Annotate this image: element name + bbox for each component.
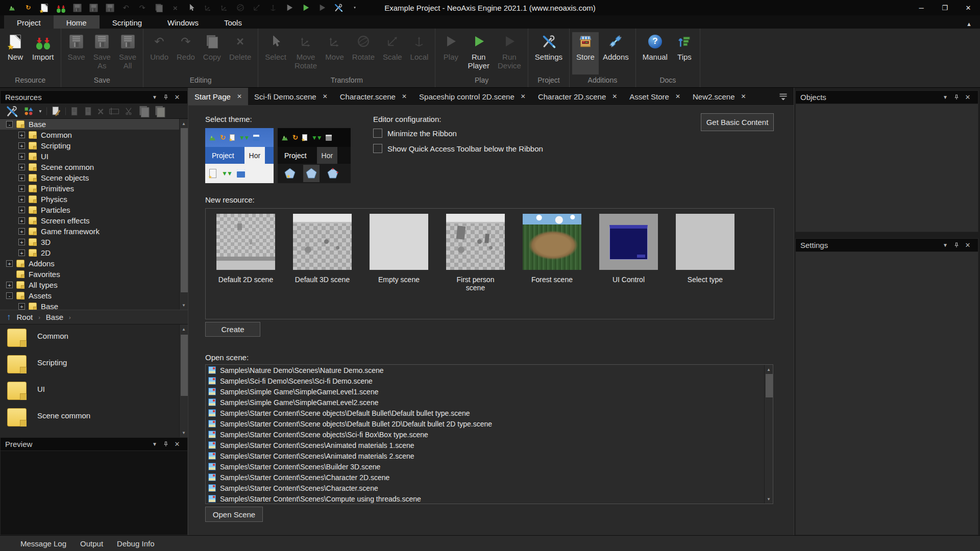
ribbon-button[interactable]: Save As <box>89 32 115 74</box>
document-tab[interactable]: Character 2D.scene ✕ <box>532 88 623 105</box>
expander-icon[interactable]: + <box>18 207 25 213</box>
scroll-down-icon[interactable]: ▼ <box>180 429 188 437</box>
ribbon-button[interactable]: Play <box>438 32 463 74</box>
ribbon-button[interactable]: ↷Redo <box>173 32 199 74</box>
collapse-ribbon-icon[interactable]: ▲ <box>966 21 972 27</box>
folder-list-scrollbar[interactable]: ▲ ▼ <box>179 324 188 437</box>
tree-item[interactable]: + Addons <box>0 258 188 269</box>
tree-item[interactable]: + 2D <box>0 247 188 258</box>
ribbon-button[interactable]: Settings <box>531 32 567 74</box>
scene-list-item[interactable]: Samples\Starter Content\Scenes\Character… <box>206 483 773 493</box>
quick-access-button[interactable] <box>103 2 116 14</box>
quick-access-button[interactable] <box>217 2 231 14</box>
quick-access-button[interactable] <box>185 2 198 14</box>
document-tab[interactable]: Asset Store ✕ <box>623 88 687 105</box>
scrollbar-thumb[interactable] <box>181 335 188 396</box>
expander-icon[interactable]: + <box>6 282 13 288</box>
expander-icon[interactable]: + <box>18 142 25 149</box>
quick-access-button[interactable] <box>152 2 165 14</box>
expander-icon[interactable]: + <box>18 239 25 245</box>
tree-item[interactable]: + Screen effects <box>0 215 188 226</box>
resources-toolbar-button[interactable] <box>51 105 62 117</box>
tree-item[interactable]: + Physics <box>0 194 188 205</box>
ribbon-button[interactable]: ×Delete <box>225 32 255 74</box>
tree-item[interactable]: - Base <box>0 119 188 130</box>
quick-access-button[interactable] <box>5 2 18 14</box>
scene-list-item[interactable]: Samples\Starter Content\Scene objects\De… <box>206 408 773 418</box>
resource-template-tile[interactable]: Default 3D scene <box>293 214 352 319</box>
ribbon-button[interactable]: Import <box>28 32 58 74</box>
ribbon-button[interactable]: ?Manual <box>639 32 672 74</box>
resources-toolbar-button[interactable] <box>46 107 47 116</box>
close-tab-icon[interactable]: ✕ <box>323 93 328 100</box>
pin-icon[interactable] <box>160 441 172 447</box>
restore-icon[interactable]: ❐ <box>933 0 957 15</box>
expander-icon[interactable]: + <box>18 174 25 181</box>
quick-access-button[interactable] <box>332 2 345 14</box>
document-tab[interactable]: Start Page ✕ <box>188 88 248 105</box>
folder-list-item[interactable]: Scene common <box>0 407 188 433</box>
menu-tab[interactable]: Project <box>4 15 54 29</box>
ribbon-button[interactable]: Save <box>64 32 89 74</box>
quick-access-button[interactable] <box>250 2 263 14</box>
resource-template-tile[interactable]: Select type <box>676 214 734 319</box>
ribbon-button[interactable]: Tips <box>672 32 697 74</box>
resource-template-tile[interactable]: Forest scene <box>523 214 581 319</box>
ribbon-button[interactable]: Select <box>261 32 290 74</box>
ribbon-button[interactable]: Move <box>321 32 348 74</box>
resources-toolbar-button[interactable]: × <box>97 105 105 118</box>
scene-list-item[interactable]: Samples\Nature Demo\Scenes\Nature Demo.s… <box>206 365 773 375</box>
quick-access-button[interactable]: ▼ <box>348 2 361 14</box>
resources-toolbar-button[interactable] <box>83 106 93 117</box>
resources-toolbar-button[interactable]: ▼ <box>38 109 43 114</box>
scroll-up-icon[interactable]: ▲ <box>765 365 773 373</box>
scene-list-item[interactable]: Samples\Starter Content\Scenes\Compute u… <box>206 493 773 504</box>
quick-access-button[interactable] <box>87 2 100 14</box>
tree-item[interactable]: + Game framework <box>0 226 188 237</box>
close-icon[interactable]: ✕ <box>962 93 973 101</box>
panel-menu-icon[interactable]: ▼ <box>940 242 951 248</box>
expander-icon[interactable]: + <box>18 249 25 256</box>
scene-list-item[interactable]: Samples\Starter Content\Scenes\Builder 3… <box>206 461 773 472</box>
tree-item[interactable]: - Assets <box>0 290 188 301</box>
menu-tab[interactable]: Windows <box>155 15 211 29</box>
breadcrumb-root[interactable]: Root <box>17 313 33 321</box>
quick-access-button[interactable] <box>54 2 67 14</box>
resources-toolbar-button[interactable] <box>154 105 166 118</box>
tree-item[interactable]: + Scene common <box>0 162 188 172</box>
tree-scrollbar[interactable]: ▲ ▼ <box>179 119 188 310</box>
ribbon-button[interactable]: Scale <box>379 32 406 74</box>
resources-toolbar-button[interactable] <box>65 107 66 116</box>
scene-list-item[interactable]: Samples\Simple Game\SimpleGameLevel2.sce… <box>206 397 773 408</box>
close-tab-icon[interactable]: ✕ <box>402 93 407 100</box>
minimize-ribbon-checkbox[interactable] <box>373 129 382 138</box>
ribbon-button[interactable]: Copy <box>199 32 225 74</box>
folder-list-item[interactable]: UI <box>0 380 188 407</box>
quick-access-button[interactable] <box>283 2 296 14</box>
panel-menu-icon[interactable]: ▼ <box>149 441 160 447</box>
up-arrow-icon[interactable]: ↑ <box>7 312 11 322</box>
create-button[interactable]: Create <box>205 322 260 337</box>
scene-list-item[interactable]: Samples\Starter Content\Scenes\Animated … <box>206 450 773 461</box>
ribbon-button[interactable]: Run Device <box>494 32 525 74</box>
menu-tab[interactable]: Home <box>54 15 100 29</box>
expander-icon[interactable]: + <box>18 228 25 235</box>
tree-item[interactable]: + Scripting <box>0 140 188 151</box>
document-tab[interactable]: New2.scene ✕ <box>687 88 752 105</box>
scroll-down-icon[interactable]: ▼ <box>180 301 188 309</box>
status-bar-tab[interactable]: Debug Info <box>117 539 154 548</box>
quick-access-button[interactable]: ★ <box>38 2 51 14</box>
breadcrumb-current[interactable]: Base <box>46 313 63 321</box>
resources-toolbar-button[interactable] <box>69 106 80 117</box>
panel-menu-icon[interactable]: ▼ <box>940 94 951 100</box>
document-tab[interactable]: Sci-fi Demo.scene ✕ <box>248 88 334 105</box>
close-icon[interactable]: ✕ <box>962 241 973 249</box>
ribbon-button[interactable]: Move Rotate <box>290 32 321 74</box>
ribbon-button[interactable]: ★New <box>3 32 28 74</box>
resource-template-tile[interactable]: First person scene <box>446 214 505 319</box>
expander-icon[interactable]: + <box>18 153 25 160</box>
pin-icon[interactable] <box>951 94 962 101</box>
ribbon-button[interactable]: Run Player <box>463 32 494 74</box>
menu-tab[interactable]: Tools <box>211 15 255 29</box>
tree-item[interactable]: + 3D <box>0 237 188 247</box>
